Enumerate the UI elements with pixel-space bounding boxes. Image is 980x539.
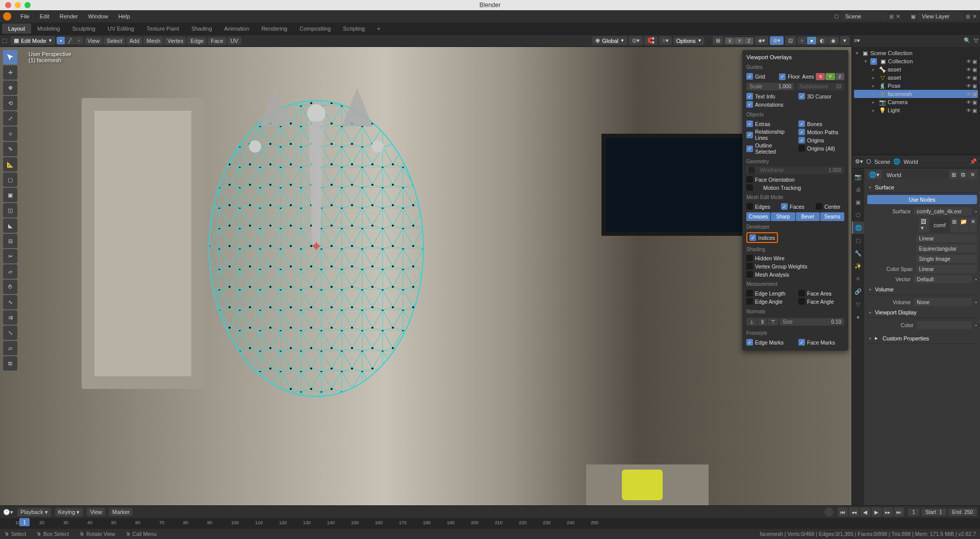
vpmenu-face[interactable]: Face [208,37,226,45]
mode-selector[interactable]: ▦ Edit Mode ▼ [11,36,55,45]
loop-cut-tool[interactable]: ⊟ [3,234,17,248]
axis-z-pill[interactable]: Z [836,73,845,80]
select-box-tool[interactable] [3,50,17,64]
outliner-item-asset[interactable]: ▸🦴asset👁▣ [854,65,978,74]
jump-start-button[interactable]: ⏮ [838,507,848,517]
world-tab[interactable]: 🌐 [852,222,864,234]
visibility-icon[interactable]: 👁 [966,59,971,64]
volume-select[interactable]: None [914,298,972,306]
meshan-cb[interactable] [746,271,753,278]
vpmenu-vertex[interactable]: Vertex [164,37,186,45]
annotate-tool[interactable]: ✎ [3,142,17,156]
visibility-icon[interactable]: 👁 [966,91,971,97]
viewport-color-swatch[interactable] [917,321,972,329]
viewport-canvas[interactable]: User Perspective (1) facemesh ✛ ✥ ⟲ ⤢ ⊹ … [0,47,851,505]
play-reverse-button[interactable]: ◀ [860,507,870,517]
use-nodes-button[interactable]: Use Nodes [867,195,977,204]
delete-viewlayer-icon[interactable]: ✕ [972,13,977,20]
fang-cb[interactable] [798,298,805,305]
jump-end-button[interactable]: ⏭ [894,507,904,517]
gizmo-dropdown[interactable]: ◈▾ [755,36,768,45]
grid-checkbox[interactable] [746,73,753,80]
blender-logo-icon[interactable] [3,12,11,20]
transform-orientation[interactable]: ⊕Global▼ [592,36,627,45]
fmarks-cb[interactable] [798,339,805,346]
spin-tool[interactable]: ⥁ [3,280,17,294]
copy-world-icon[interactable]: ⧉ [959,170,967,179]
workspace-compositing[interactable]: Compositing [293,23,337,34]
rendered-shading[interactable]: ◉ [827,37,839,44]
unlink-world-icon[interactable]: ✕ [968,170,977,179]
new-world-icon[interactable]: ⊞ [949,170,958,179]
start-frame[interactable]: Start1 [921,508,946,516]
workspace-animation[interactable]: Animation [218,23,256,34]
timeline-type-icon[interactable]: 🕐▾ [3,509,13,516]
volume-panel-header[interactable]: Volume [867,284,977,295]
mesh-display-toggle[interactable]: ⊞ [713,36,723,45]
eang-cb[interactable] [746,298,753,305]
xray-toggle[interactable]: ⊡ [785,36,796,45]
new-viewlayer-icon[interactable]: ⊞ [966,13,970,20]
tex-unlink[interactable]: ✕ [969,217,977,232]
new-scene-icon[interactable]: ⊞ [889,13,894,20]
custom-props-header[interactable]: ▶Custom Properties [867,333,977,344]
scene-name-input[interactable] [841,12,887,20]
modifier-tab[interactable]: 🔧 [852,247,864,259]
colorspace-select[interactable]: Linear [916,265,977,273]
close-window-button[interactable] [5,2,11,8]
bones-cb[interactable] [798,120,805,127]
outliner-type-icon[interactable]: ≡▾ [854,37,860,44]
visibility-icon[interactable]: 👁 [966,83,971,89]
normal-face[interactable]: ⊤ [767,318,778,326]
textinfo-cb[interactable] [746,93,753,100]
source-select[interactable]: Single Image [916,255,977,263]
constraint-tab[interactable]: 🔗 [852,285,864,298]
playback-menu[interactable]: Playback ▾ [17,508,51,517]
visibility-icon[interactable]: 👁 [966,67,971,72]
wireframe-shading[interactable]: ○ [797,37,807,44]
annot-cb[interactable] [746,101,753,108]
snap-toggle[interactable]: 🧲 [644,36,658,45]
farea-cb[interactable] [798,290,805,297]
indices-cb[interactable] [749,234,756,241]
world-name-input[interactable] [883,170,948,179]
outliner[interactable]: ▼▣Scene Collection ▼▣Collection👁▣ ▸🦴asse… [852,47,980,155]
add-cube-tool[interactable]: ▢ [3,173,17,187]
knife-tool[interactable]: ✂ [3,249,17,263]
surface-panel-header[interactable]: Surface [867,182,977,193]
add-workspace-button[interactable]: + [371,23,386,34]
menu-file[interactable]: File [15,12,35,21]
axis-y-pill[interactable]: Y [825,73,835,80]
physics-tab[interactable]: ⚛ [852,273,864,285]
autokey-toggle[interactable] [824,507,834,517]
creases-toggle[interactable]: Creases [746,212,770,221]
search-icon[interactable]: 🔍 [963,36,972,45]
minimize-window-button[interactable] [15,2,21,8]
proj-select[interactable]: Equirectangular [916,244,977,253]
tex-new[interactable]: ⊞ [950,217,958,232]
vpmenu-view[interactable]: View [85,37,103,45]
vertex-select-mode[interactable]: ▪ [57,37,65,44]
mpaths-cb[interactable] [798,129,805,135]
vector-select[interactable]: Default [914,275,972,283]
measure-tool[interactable]: 📐 [3,157,17,172]
output-tab[interactable]: 🖨 [852,183,864,195]
shading-dropdown[interactable]: ▾ [840,36,849,45]
material-tab[interactable]: ● [852,311,864,323]
menu-render[interactable]: Render [55,12,83,21]
maximize-window-button[interactable] [24,2,31,8]
viewlayer-input[interactable] [918,12,964,20]
surface-value[interactable]: comfy_cafe_4k.exr [914,207,972,215]
outliner-item-pose[interactable]: ▸🕺Pose👁▣ [854,82,978,90]
center-cb[interactable] [816,203,822,210]
extras-cb[interactable] [746,120,753,127]
scale-tool[interactable]: ⤢ [3,111,17,126]
play-button[interactable]: ▶ [871,507,882,517]
shrink-tool[interactable]: ⤡ [3,326,17,340]
visibility-icon[interactable]: 👁 [966,100,971,105]
shear-tool[interactable]: ▱ [3,341,17,355]
outliner-item-facemesh[interactable]: ▸▽facemesh👁▣ [854,90,978,98]
normal-split[interactable]: ⊻ [757,318,767,326]
mesh-tab[interactable]: ▽ [852,298,864,310]
next-keyframe-button[interactable]: ▸▸ [883,507,893,517]
